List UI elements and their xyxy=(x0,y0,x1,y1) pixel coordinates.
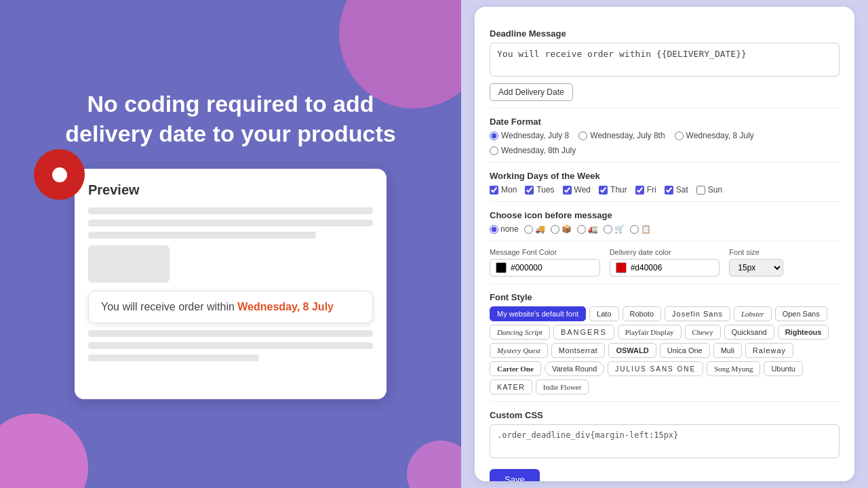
divider-2 xyxy=(490,162,840,163)
hero-title: No coding required to add delivery date … xyxy=(61,89,400,148)
icon-truck[interactable]: 🚚 xyxy=(524,224,545,234)
delivery-date-color-input[interactable]: #d40006 xyxy=(610,259,720,277)
day-tues[interactable]: Tues xyxy=(525,185,554,195)
font-style-label: Font Style xyxy=(490,292,840,302)
font-btn-roboto[interactable]: Roboto xyxy=(623,306,661,321)
day-thur[interactable]: Thur xyxy=(599,185,627,195)
font-btn-chewy[interactable]: Chewy xyxy=(685,325,721,340)
font-btn-raleway[interactable]: Raleway xyxy=(745,343,793,358)
decorative-circle-bottom-left xyxy=(0,413,88,488)
date-format-option-2[interactable]: Wednesday, July 8th xyxy=(578,131,665,140)
font-btn-oswald[interactable]: Oswald xyxy=(608,343,656,358)
message-font-color-label: Message Font Color xyxy=(490,248,600,256)
divider-4 xyxy=(490,241,840,241)
add-delivery-date-button[interactable]: Add Delivery Date xyxy=(490,83,573,101)
day-sat[interactable]: Sat xyxy=(665,185,688,195)
day-sun[interactable]: Sun xyxy=(696,185,722,195)
skeleton-image xyxy=(88,245,170,283)
working-days-group: Mon Tues Wed Thur Fri Sat Sun xyxy=(490,185,840,195)
delivery-prefix: You will receive order within xyxy=(101,301,237,312)
font-btn-kater[interactable]: KATER xyxy=(490,380,532,394)
font-btn-lato[interactable]: Lato xyxy=(589,306,618,321)
right-panel: Deadline Message Add Delivery Date Date … xyxy=(461,0,868,488)
skeleton-line-1 xyxy=(88,207,373,214)
skeleton-line-4 xyxy=(88,330,373,337)
icon-none[interactable]: none xyxy=(490,224,519,234)
skeleton-line-2 xyxy=(88,220,373,226)
delivery-date-swatch xyxy=(616,262,627,273)
color-font-row: Message Font Color #000000 Delivery date… xyxy=(490,248,840,277)
date-format-group: Wednesday, July 8 Wednesday, July 8th We… xyxy=(490,131,840,155)
icon-box[interactable]: 📦 xyxy=(551,224,572,234)
deadline-message-input[interactable] xyxy=(490,43,840,77)
icon-clipboard[interactable]: 📋 xyxy=(630,224,651,234)
font-btn-lobster[interactable]: Lobster xyxy=(734,306,772,321)
message-font-color-group: Message Font Color #000000 xyxy=(490,248,600,277)
font-btn-dancing[interactable]: Dancing Script xyxy=(490,325,550,340)
working-days-label: Working Days of the Week xyxy=(490,171,840,181)
font-btn-unica[interactable]: Unica One xyxy=(660,343,710,358)
day-mon[interactable]: Mon xyxy=(490,185,517,195)
font-btn-muli[interactable]: Muli xyxy=(713,343,742,358)
left-panel: No coding required to add delivery date … xyxy=(0,0,461,488)
font-btn-bangers[interactable]: BANGERS xyxy=(553,325,614,340)
delivery-date: Wednesday, 8 July xyxy=(237,301,334,312)
font-size-group: Font size 15px 12px 14px 16px 18px 20px xyxy=(729,248,840,277)
date-format-label: Date Format xyxy=(490,117,840,127)
decorative-circle-bottom-right xyxy=(407,441,461,488)
font-btn-montserrat[interactable]: Montserrat xyxy=(551,343,606,358)
save-button[interactable]: Save xyxy=(490,469,540,481)
font-btn-righteous[interactable]: Righteous xyxy=(778,325,829,340)
font-btn-mystery[interactable]: Mystery Quest xyxy=(490,343,548,358)
record-inner-dot xyxy=(52,167,67,182)
font-style-grid: My website's default font Lato Roboto Jo… xyxy=(490,306,840,394)
settings-card: Deadline Message Add Delivery Date Date … xyxy=(475,7,854,481)
font-btn-quicksand[interactable]: Quicksand xyxy=(724,325,774,340)
font-btn-varela[interactable]: Varela Round xyxy=(545,361,604,376)
skeleton-line-6 xyxy=(88,354,259,361)
day-fri[interactable]: Fri xyxy=(635,185,656,195)
divider-5 xyxy=(490,283,840,284)
delivery-date-color-group: Delivery date color #d40006 xyxy=(610,248,720,277)
custom-css-input[interactable] xyxy=(490,424,840,458)
divider-3 xyxy=(490,201,840,202)
record-icon xyxy=(34,149,85,200)
delivery-bubble: You will receive order within Wednesday,… xyxy=(88,291,373,323)
deadline-message-label: Deadline Message xyxy=(490,28,840,39)
font-btn-ubuntu[interactable]: Ubuntu xyxy=(764,361,802,376)
font-btn-song-myung[interactable]: Song Myung xyxy=(707,361,760,376)
font-btn-open-sans[interactable]: Open Sans xyxy=(775,306,827,321)
preview-title: Preview xyxy=(88,182,373,198)
date-format-option-1[interactable]: Wednesday, July 8 xyxy=(490,131,569,140)
delivery-date-color-value: #d40006 xyxy=(631,263,663,272)
font-size-label: Font size xyxy=(729,248,840,256)
preview-card: Preview You will receive order within We… xyxy=(75,169,387,399)
font-btn-playfair[interactable]: Playfair Display xyxy=(618,325,682,340)
font-btn-julius[interactable]: JULIUS SANS ONE xyxy=(608,361,703,376)
custom-css-label: Custom CSS xyxy=(490,410,840,420)
message-font-color-value: #000000 xyxy=(511,263,542,272)
font-btn-default[interactable]: My website's default font xyxy=(490,306,586,321)
font-btn-indie[interactable]: Indie Flower xyxy=(536,380,589,394)
date-format-option-4[interactable]: Wednesday, 8th July xyxy=(490,146,576,155)
date-format-option-3[interactable]: Wednesday, 8 July xyxy=(675,131,754,140)
skeleton-line-3 xyxy=(88,232,316,239)
divider-1 xyxy=(490,108,840,108)
message-font-swatch xyxy=(496,262,507,273)
icon-group: none 🚚 📦 🚛 🛒 📋 xyxy=(490,224,840,234)
icon-lorry[interactable]: 🚛 xyxy=(577,224,598,234)
font-btn-carter[interactable]: Carter One xyxy=(490,361,541,376)
icon-label: Choose icon before message xyxy=(490,210,840,220)
message-font-color-input[interactable]: #000000 xyxy=(490,259,600,277)
delivery-date-color-label: Delivery date color xyxy=(610,248,720,256)
font-size-select[interactable]: 15px 12px 14px 16px 18px 20px xyxy=(729,259,783,277)
divider-6 xyxy=(490,401,840,402)
font-btn-josefin[interactable]: Josefin Sans xyxy=(665,306,730,321)
day-wed[interactable]: Wed xyxy=(563,185,591,195)
icon-cart[interactable]: 🛒 xyxy=(604,224,625,234)
skeleton-line-5 xyxy=(88,342,373,349)
